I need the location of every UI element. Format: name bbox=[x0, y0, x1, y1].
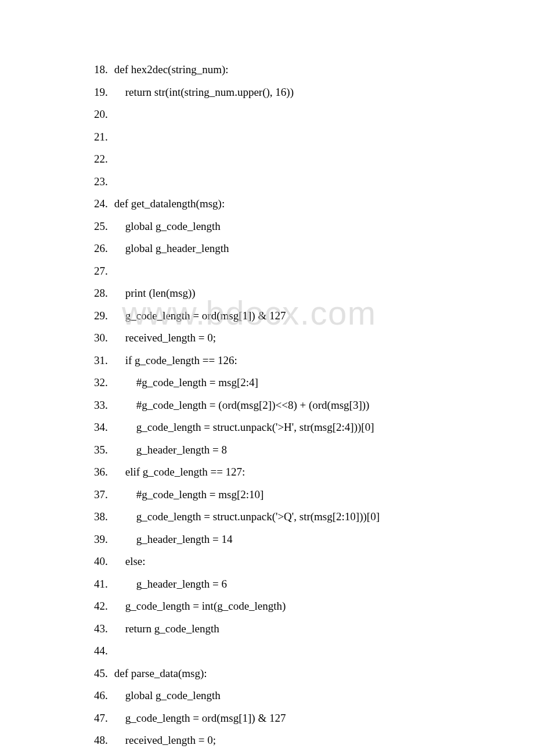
code-line: 26. global g_header_length bbox=[94, 243, 534, 254]
code-line: 24. def get_datalength(msg): bbox=[94, 198, 534, 209]
code-line: 36. elif g_code_length == 127: bbox=[94, 466, 534, 477]
code-line: 33. #g_code_length = (ord(msg[2])<<8) + … bbox=[94, 399, 534, 411]
code-text: def parse_data(msg): bbox=[111, 667, 207, 679]
code-line: 29. g_code_length = ord(msg[1]) & 127 bbox=[94, 310, 534, 321]
code-text: g_code_length = int(g_code_length) bbox=[111, 600, 286, 612]
code-line: 19. return str(int(string_num.upper(), 1… bbox=[94, 87, 534, 98]
line-number: 21. bbox=[94, 131, 111, 142]
code-text: global g_code_length bbox=[111, 689, 221, 701]
code-text: print (len(msg)) bbox=[111, 287, 196, 299]
code-line: 42. g_code_length = int(g_code_length) bbox=[94, 600, 534, 611]
line-number: 28. bbox=[94, 287, 111, 298]
code-line: 27. bbox=[94, 265, 534, 276]
line-number: 24. bbox=[94, 198, 111, 209]
code-text: received_length = 0; bbox=[111, 734, 216, 746]
code-line: 48. received_length = 0; bbox=[94, 735, 534, 746]
line-number: 30. bbox=[94, 332, 111, 343]
code-text: g_code_length = struct.unpack('>H', str(… bbox=[111, 421, 374, 433]
code-text: g_code_length = struct.unpack('>Q', str(… bbox=[111, 510, 380, 523]
code-line: 28. print (len(msg)) bbox=[94, 287, 534, 298]
line-number: 40. bbox=[94, 556, 111, 567]
code-line: 22. bbox=[94, 153, 534, 164]
line-number: 45. bbox=[94, 668, 111, 679]
code-line: 44. bbox=[94, 645, 534, 656]
line-number: 19. bbox=[94, 87, 111, 98]
code-line: 46. global g_code_length bbox=[94, 690, 534, 701]
code-line: 35. g_header_length = 8 bbox=[94, 444, 534, 455]
code-text: def get_datalength(msg): bbox=[111, 197, 225, 210]
code-line: 39. g_header_length = 14 bbox=[94, 534, 534, 545]
line-number: 47. bbox=[94, 712, 111, 723]
code-text: #g_code_length = msg[2:4] bbox=[111, 376, 258, 388]
code-text: else: bbox=[111, 555, 146, 567]
line-number: 25. bbox=[94, 221, 111, 232]
code-text: if g_code_length == 126: bbox=[111, 354, 237, 366]
code-line: 23. bbox=[94, 176, 534, 187]
line-number: 22. bbox=[94, 153, 111, 164]
code-line: 45. def parse_data(msg): bbox=[94, 668, 534, 679]
code-line: 34. g_code_length = struct.unpack('>H', … bbox=[94, 422, 534, 433]
code-text: elif g_code_length == 127: bbox=[111, 466, 245, 478]
code-text: g_code_length = ord(msg[1]) & 127 bbox=[111, 309, 286, 322]
code-text: #g_code_length = (ord(msg[2])<<8) + (ord… bbox=[111, 399, 369, 411]
line-number: 23. bbox=[94, 176, 111, 187]
code-text: g_header_length = 14 bbox=[111, 533, 233, 545]
code-line: 47. g_code_length = ord(msg[1]) & 127 bbox=[94, 712, 534, 723]
line-number: 26. bbox=[94, 243, 111, 254]
code-block: 18. def hex2dec(string_num):19. return s… bbox=[94, 64, 534, 746]
code-text: global g_header_length bbox=[111, 242, 229, 254]
code-text: return str(int(string_num.upper(), 16)) bbox=[111, 86, 294, 98]
code-line: 21. bbox=[94, 131, 534, 142]
line-number: 32. bbox=[94, 377, 111, 388]
code-line: 18. def hex2dec(string_num): bbox=[94, 64, 534, 75]
code-line: 25. global g_code_length bbox=[94, 221, 534, 232]
line-number: 36. bbox=[94, 466, 111, 477]
code-line: 20. bbox=[94, 109, 534, 120]
line-number: 20. bbox=[94, 109, 111, 120]
line-number: 29. bbox=[94, 310, 111, 321]
line-number: 48. bbox=[94, 735, 111, 746]
line-number: 33. bbox=[94, 399, 111, 411]
code-line: 30. received_length = 0; bbox=[94, 332, 534, 343]
line-number: 27. bbox=[94, 265, 111, 276]
line-number: 38. bbox=[94, 511, 111, 522]
line-number: 43. bbox=[94, 623, 111, 634]
line-number: 39. bbox=[94, 534, 111, 545]
line-number: 44. bbox=[94, 645, 111, 656]
line-number: 41. bbox=[94, 578, 111, 589]
code-line: 43. return g_code_length bbox=[94, 623, 534, 634]
code-text: def hex2dec(string_num): bbox=[111, 63, 229, 75]
code-line: 38. g_code_length = struct.unpack('>Q', … bbox=[94, 511, 534, 522]
line-number: 42. bbox=[94, 600, 111, 611]
code-line: 31. if g_code_length == 126: bbox=[94, 355, 534, 366]
code-text: received_length = 0; bbox=[111, 332, 216, 344]
line-number: 18. bbox=[94, 64, 111, 75]
line-number: 46. bbox=[94, 690, 111, 701]
code-line: 32. #g_code_length = msg[2:4] bbox=[94, 377, 534, 388]
code-text: g_code_length = ord(msg[1]) & 127 bbox=[111, 712, 286, 724]
code-text: return g_code_length bbox=[111, 622, 219, 635]
code-line: 41. g_header_length = 6 bbox=[94, 578, 534, 589]
line-number: 31. bbox=[94, 355, 111, 366]
code-text: global g_code_length bbox=[111, 220, 221, 232]
line-number: 35. bbox=[94, 444, 111, 455]
code-text: g_header_length = 6 bbox=[111, 578, 227, 590]
line-number: 34. bbox=[94, 422, 111, 433]
code-text: g_header_length = 8 bbox=[111, 444, 227, 456]
code-text: #g_code_length = msg[2:10] bbox=[111, 488, 264, 501]
code-line: 40. else: bbox=[94, 556, 534, 567]
line-number: 37. bbox=[94, 489, 111, 500]
code-line: 37. #g_code_length = msg[2:10] bbox=[94, 489, 534, 500]
